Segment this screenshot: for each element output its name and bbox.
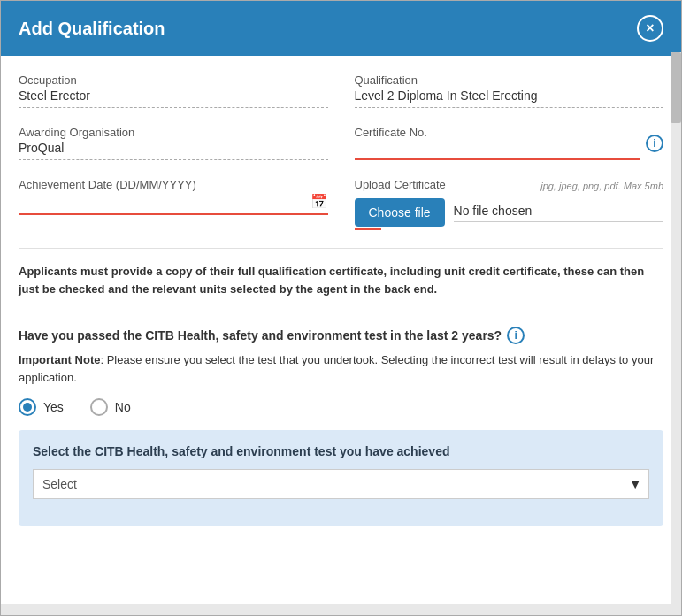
achievement-date-input[interactable] — [19, 195, 310, 209]
close-button[interactable]: × — [637, 15, 663, 42]
radio-no-text: No — [115, 400, 131, 414]
occupation-value: Steel Erector — [19, 89, 328, 108]
qualification-label: Qualification — [355, 73, 664, 87]
cert-no-row: Certificate No. i — [355, 126, 664, 160]
horizontal-scrollbar[interactable] — [1, 604, 671, 615]
qualification-field: Qualification Level 2 Diploma In Steel E… — [355, 73, 664, 108]
select-wrapper: Select Option A Option B Option C ▼ — [33, 469, 649, 499]
radio-no-circle[interactable] — [90, 398, 108, 416]
form-row-1: Occupation Steel Erector Qualification L… — [19, 73, 663, 108]
form-row-2: Awarding Organisation ProQual Certificat… — [19, 126, 663, 160]
cert-no-label: Certificate No. — [355, 126, 641, 139]
cert-no-info-icon[interactable]: i — [646, 135, 663, 152]
modal-body: Occupation Steel Erector Qualification L… — [1, 56, 681, 615]
citb-select[interactable]: Select Option A Option B Option C — [34, 470, 648, 498]
upload-label: Upload Certificate — [355, 178, 446, 191]
important-text: : Please ensure you select the test that… — [19, 353, 654, 384]
citb-select-box: Select the CITB Health, safety and envir… — [19, 430, 663, 526]
radio-yes-circle[interactable] — [19, 398, 36, 416]
upload-row: Choose file No file chosen — [355, 198, 664, 227]
important-label: Important Note — [19, 353, 100, 366]
choose-file-button[interactable]: Choose file — [355, 198, 445, 227]
upload-underline — [355, 228, 381, 230]
radio-yes-text: Yes — [43, 400, 64, 414]
awarding-org-value: ProQual — [19, 141, 328, 160]
cert-no-input[interactable] — [355, 141, 641, 160]
notice-box: Applicants must provide a copy of their … — [19, 263, 663, 297]
upload-certificate-field: Upload Certificate jpg, jpeg, png, pdf. … — [355, 178, 664, 230]
citb-select-label: Select the CITB Health, safety and envir… — [33, 444, 649, 458]
awarding-org-field: Awarding Organisation ProQual — [19, 126, 328, 160]
cert-no-field: Certificate No. i — [355, 126, 664, 160]
qualification-value: Level 2 Diploma In Steel Erecting — [355, 89, 664, 108]
date-row: 📅 — [19, 193, 328, 215]
important-note: Important Note: Please ensure you select… — [19, 351, 663, 386]
occupation-field: Occupation Steel Erector — [19, 73, 328, 108]
no-file-text: No file chosen — [454, 204, 663, 222]
modal-title: Add Qualification — [19, 19, 165, 39]
calendar-icon: 📅 — [310, 193, 328, 210]
upload-header: Upload Certificate jpg, jpeg, png, pdf. … — [355, 178, 664, 193]
citb-question-text: Have you passed the CITB Health, safety … — [19, 328, 502, 343]
upload-hint: jpg, jpeg, png, pdf. Max 5mb — [540, 181, 663, 191]
citb-question: Have you passed the CITB Health, safety … — [19, 327, 663, 344]
form-row-3: Achievement Date (DD/MM/YYYY) 📅 Upload C… — [19, 178, 663, 230]
achievement-date-field: Achievement Date (DD/MM/YYYY) 📅 — [19, 178, 328, 230]
radio-no-label[interactable]: No — [90, 398, 131, 416]
citb-info-icon[interactable]: i — [507, 327, 525, 344]
occupation-label: Occupation — [19, 73, 328, 87]
vertical-scrollbar[interactable] — [671, 52, 681, 615]
radio-yes-label[interactable]: Yes — [19, 398, 64, 416]
awarding-org-label: Awarding Organisation — [19, 126, 328, 139]
divider — [19, 248, 663, 249]
modal-container: Add Qualification × Occupation Steel Ere… — [0, 0, 682, 616]
scrollbar-thumb[interactable] — [671, 52, 681, 123]
radio-group: Yes No — [19, 398, 663, 416]
achievement-label: Achievement Date (DD/MM/YYYY) — [19, 178, 328, 191]
divider-2 — [19, 312, 663, 312]
modal-header: Add Qualification × — [1, 1, 681, 56]
